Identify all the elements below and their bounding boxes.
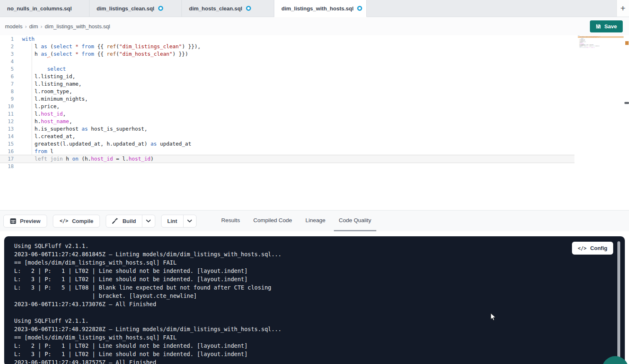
file-tab[interactable]: dim_hosts_clean.sql	[182, 0, 274, 17]
editor-action-bar: Preview </> Compile Build Lint	[0, 210, 629, 231]
line-number: 2	[0, 43, 14, 50]
code-text: h as (select * from {{ ref("dim_hosts_cl…	[14, 50, 188, 58]
code-text: l.price,	[14, 103, 60, 110]
code-line[interactable]: 11 l.host_id,	[0, 110, 574, 118]
file-tab-label: dim_listings_clean.sql	[97, 5, 154, 12]
line-number: 13	[0, 125, 14, 133]
save-button[interactable]: Save	[590, 20, 623, 32]
file-tab[interactable]: no_nulls_in_columns.sql	[0, 0, 90, 17]
hammer-icon	[112, 218, 119, 224]
code-text: h.is_superhost as host_is_superhost,	[14, 125, 147, 133]
terminal-scrollbar-thumb[interactable]	[617, 241, 620, 363]
line-number: 15	[0, 140, 14, 148]
code-text	[14, 58, 22, 65]
file-tab-label: dim_listings_with_hosts.sql	[281, 5, 353, 12]
code-line[interactable]: 16 from l	[0, 148, 574, 155]
save-button-label: Save	[604, 23, 617, 30]
breadcrumb-segment[interactable]: models	[5, 23, 22, 30]
result-panel-tabs: ResultsCompiled CodeLineageCode Quality	[215, 210, 378, 231]
line-number: 12	[0, 118, 14, 125]
unsaved-changes-dot-icon[interactable]	[158, 6, 163, 11]
chevron-down-icon	[187, 220, 192, 223]
code-text: l.room_type,	[14, 88, 72, 95]
code-text: l.listing_id,	[14, 73, 75, 80]
code-line[interactable]: 10 l.price,	[0, 103, 574, 110]
line-number: 14	[0, 133, 14, 140]
lint-button[interactable]: Lint	[162, 215, 183, 227]
lint-split-button: Lint	[161, 215, 196, 228]
code-line[interactable]: 9 l.minimum_nights,	[0, 95, 574, 103]
line-number: 4	[0, 58, 14, 65]
unsaved-changes-dot-icon[interactable]	[357, 6, 362, 11]
code-brackets-icon: </>	[578, 245, 587, 251]
minimap[interactable]: with l as (select * from {{ ref("dim_lis…	[578, 35, 624, 52]
unsaved-changes-dot-icon[interactable]	[246, 6, 251, 11]
code-text: l as (select * from {{ ref("dim_listings…	[14, 43, 201, 50]
lint-button-label: Lint	[167, 218, 177, 224]
file-tab-label: no_nulls_in_columns.sql	[7, 5, 72, 12]
panel-tab-lineage[interactable]: Lineage	[301, 210, 331, 231]
lint-output-terminal[interactable]: Using SQLFluff v2.1.1. 2023-06-06T11:27:…	[4, 236, 625, 364]
lint-dropdown-button[interactable]	[183, 215, 196, 227]
build-button-label: Build	[122, 218, 136, 224]
code-line[interactable]: 18	[0, 163, 574, 170]
compile-button-label: Compile	[72, 218, 93, 224]
file-tab[interactable]: dim_listings_with_hosts.sql	[274, 0, 367, 17]
code-line[interactable]: 5 select	[0, 65, 574, 73]
line-number: 3	[0, 50, 14, 58]
line-number: 8	[0, 88, 14, 95]
code-line[interactable]: 6 l.listing_id,	[0, 73, 574, 80]
panel-tab-code-quality[interactable]: Code Quality	[334, 210, 376, 231]
code-line[interactable]: 14 l.created_at,	[0, 133, 574, 140]
code-editor[interactable]: 1with2 l as (select * from {{ ref("dim_l…	[0, 35, 629, 210]
code-line[interactable]: 7 l.listing_name,	[0, 80, 574, 88]
panel-tab-results[interactable]: Results	[216, 210, 245, 231]
preview-button[interactable]: Preview	[3, 215, 47, 228]
build-split-button: Build	[106, 215, 155, 228]
line-number: 10	[0, 103, 14, 110]
code-line[interactable]: 4	[0, 58, 574, 65]
code-line[interactable]: 17 left join h on (h.host_id = l.host_id…	[0, 155, 574, 163]
dbt-ide-window: no_nulls_in_columns.sqldim_listings_clea…	[0, 0, 629, 364]
code-line[interactable]: 13 h.is_superhost as host_is_superhost,	[0, 125, 574, 133]
config-button-label: Config	[590, 245, 607, 251]
line-number: 1	[0, 35, 14, 43]
line-number: 6	[0, 73, 14, 80]
code-line[interactable]: 1with	[0, 35, 574, 43]
preview-button-label: Preview	[20, 218, 40, 224]
line-number: 7	[0, 80, 14, 88]
overview-ruler-warning-mark	[625, 41, 629, 45]
code-text: with	[14, 35, 35, 43]
line-number: 5	[0, 65, 14, 73]
file-tabs: no_nulls_in_columns.sqldim_listings_clea…	[0, 0, 367, 17]
panel-tab-compiled-code[interactable]: Compiled Code	[249, 210, 297, 231]
code-line[interactable]: 15 greatest(l.updated_at, h.updated_at) …	[0, 140, 574, 148]
code-line[interactable]: 8 l.room_type,	[0, 88, 574, 95]
code-text: l.created_at,	[14, 133, 75, 140]
code-text: greatest(l.updated_at, h.updated_at) as …	[14, 140, 191, 148]
code-line[interactable]: 2 l as (select * from {{ ref("dim_listin…	[0, 43, 574, 50]
new-tab-button[interactable]: +	[617, 0, 629, 17]
breadcrumb-separator-icon: ›	[25, 23, 27, 30]
code-lines: 1with2 l as (select * from {{ ref("dim_l…	[0, 35, 629, 170]
breadcrumb-segment[interactable]: dim_listings_with_hosts.sql	[45, 23, 110, 30]
code-line[interactable]: 12 h.host_name,	[0, 118, 574, 125]
build-dropdown-button[interactable]	[142, 215, 155, 227]
breadcrumb: models›dim›dim_listings_with_hosts.sql	[5, 23, 110, 30]
code-text	[14, 163, 22, 170]
breadcrumb-separator-icon: ›	[40, 23, 42, 30]
line-number: 16	[0, 148, 14, 155]
code-text: h.host_name,	[14, 118, 72, 125]
editor-tab-bar: no_nulls_in_columns.sqldim_listings_clea…	[0, 0, 629, 17]
table-grid-icon	[10, 218, 16, 224]
breadcrumb-segment[interactable]: dim	[29, 23, 38, 30]
editor-scrollbar-thumb[interactable]	[624, 102, 629, 104]
minimap-warning-highlight	[578, 36, 624, 38]
code-text: l.listing_name,	[14, 80, 82, 88]
code-line[interactable]: 3 h as (select * from {{ ref("dim_hosts_…	[0, 50, 574, 58]
config-button[interactable]: </> Config	[572, 242, 613, 255]
build-button[interactable]: Build	[106, 215, 142, 227]
compile-button[interactable]: </> Compile	[53, 215, 100, 228]
file-tab[interactable]: dim_listings_clean.sql	[90, 0, 182, 17]
line-number: 18	[0, 163, 14, 170]
